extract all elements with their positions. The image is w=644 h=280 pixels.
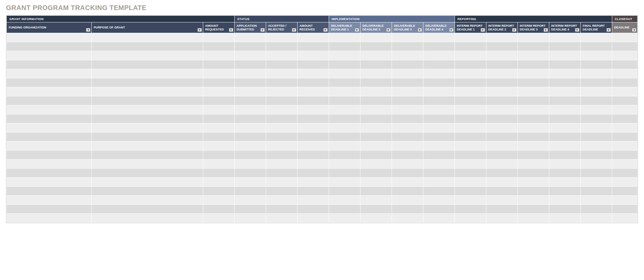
cell[interactable] — [580, 60, 612, 69]
cell[interactable] — [266, 123, 297, 132]
cell[interactable] — [549, 178, 580, 187]
cell[interactable] — [297, 114, 329, 123]
cell[interactable] — [455, 187, 486, 196]
cell[interactable] — [392, 105, 423, 114]
cell[interactable] — [517, 87, 549, 96]
cell[interactable] — [455, 178, 486, 187]
cell[interactable] — [329, 151, 360, 160]
cell[interactable] — [92, 42, 203, 51]
cell[interactable] — [203, 205, 234, 214]
cell[interactable] — [392, 87, 423, 96]
cell[interactable] — [297, 178, 329, 187]
cell[interactable] — [266, 51, 297, 60]
cell[interactable] — [266, 114, 297, 123]
cell[interactable] — [7, 169, 92, 178]
cell[interactable] — [392, 114, 423, 123]
dropdown-icon[interactable] — [544, 28, 548, 32]
cell[interactable] — [455, 205, 486, 214]
cell[interactable] — [360, 123, 392, 132]
cell[interactable] — [486, 96, 517, 105]
cell[interactable] — [329, 105, 360, 114]
cell[interactable] — [423, 187, 455, 196]
dropdown-icon[interactable] — [575, 28, 579, 32]
cell[interactable] — [92, 151, 203, 160]
cell[interactable] — [329, 214, 360, 223]
cell[interactable] — [329, 51, 360, 60]
cell[interactable] — [329, 187, 360, 196]
cell[interactable] — [392, 160, 423, 169]
cell[interactable] — [234, 78, 266, 87]
cell[interactable] — [455, 69, 486, 78]
cell[interactable] — [329, 169, 360, 178]
dropdown-icon[interactable] — [86, 28, 90, 32]
cell[interactable] — [392, 151, 423, 160]
cell[interactable] — [92, 196, 203, 205]
cell[interactable] — [517, 114, 549, 123]
cell[interactable] — [234, 87, 266, 96]
cell[interactable] — [266, 69, 297, 78]
cell[interactable] — [423, 105, 455, 114]
cell[interactable] — [360, 96, 392, 105]
cell[interactable] — [92, 69, 203, 78]
cell[interactable] — [580, 132, 612, 142]
cell[interactable] — [234, 123, 266, 132]
cell[interactable] — [297, 160, 329, 169]
cell[interactable] — [612, 105, 637, 114]
cell[interactable] — [329, 205, 360, 214]
cell[interactable] — [455, 87, 486, 96]
cell[interactable] — [203, 87, 234, 96]
cell[interactable] — [423, 96, 455, 105]
cell[interactable] — [329, 87, 360, 96]
dropdown-icon[interactable] — [292, 28, 296, 32]
cell[interactable] — [266, 160, 297, 169]
cell[interactable] — [517, 96, 549, 105]
cell[interactable] — [580, 51, 612, 60]
cell[interactable] — [203, 33, 234, 42]
cell[interactable] — [486, 160, 517, 169]
cell[interactable] — [423, 132, 455, 142]
cell[interactable] — [297, 169, 329, 178]
cell[interactable] — [517, 205, 549, 214]
cell[interactable] — [486, 60, 517, 69]
cell[interactable] — [92, 142, 203, 151]
cell[interactable] — [266, 187, 297, 196]
cell[interactable] — [486, 142, 517, 151]
cell[interactable] — [266, 33, 297, 42]
cell[interactable] — [423, 69, 455, 78]
cell[interactable] — [423, 169, 455, 178]
cell[interactable] — [549, 151, 580, 160]
cell[interactable] — [612, 160, 637, 169]
cell[interactable] — [203, 51, 234, 60]
cell[interactable] — [234, 69, 266, 78]
cell[interactable] — [423, 33, 455, 42]
cell[interactable] — [360, 169, 392, 178]
cell[interactable] — [360, 187, 392, 196]
cell[interactable] — [549, 51, 580, 60]
cell[interactable] — [423, 178, 455, 187]
cell[interactable] — [7, 78, 92, 87]
cell[interactable] — [612, 205, 637, 214]
cell[interactable] — [297, 87, 329, 96]
cell[interactable] — [7, 196, 92, 205]
cell[interactable] — [580, 123, 612, 132]
cell[interactable] — [234, 114, 266, 123]
cell[interactable] — [549, 105, 580, 114]
cell[interactable] — [392, 33, 423, 42]
cell[interactable] — [580, 42, 612, 51]
cell[interactable] — [549, 142, 580, 151]
cell[interactable] — [297, 151, 329, 160]
cell[interactable] — [392, 196, 423, 205]
cell[interactable] — [329, 96, 360, 105]
cell[interactable] — [580, 96, 612, 105]
cell[interactable] — [455, 214, 486, 223]
cell[interactable] — [234, 60, 266, 69]
cell[interactable] — [92, 160, 203, 169]
dropdown-icon[interactable] — [386, 28, 391, 32]
cell[interactable] — [423, 151, 455, 160]
cell[interactable] — [392, 69, 423, 78]
cell[interactable] — [92, 51, 203, 60]
cell[interactable] — [203, 78, 234, 87]
cell[interactable] — [297, 196, 329, 205]
cell[interactable] — [455, 105, 486, 114]
cell[interactable] — [549, 205, 580, 214]
